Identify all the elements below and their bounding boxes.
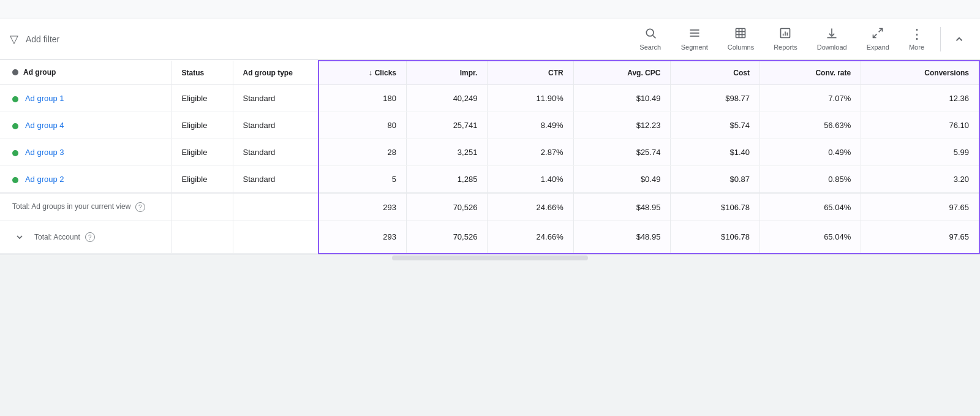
total-account-label-cell: Total: Account ?	[0, 221, 172, 254]
col-header-ad-group[interactable]: Ad group	[0, 61, 172, 85]
col-header-conversions[interactable]: Conversions	[861, 61, 979, 85]
status-dot-green	[12, 123, 18, 129]
more-button[interactable]: ⋮ More	[900, 23, 933, 56]
total-account-conversions: 97.65	[861, 221, 979, 254]
more-label: More	[909, 43, 924, 51]
ad-group-link-1[interactable]: Ad group 1	[25, 94, 64, 103]
table-container: Ad group Status Ad group type ↓Clicks Im…	[0, 60, 980, 262]
segment-button[interactable]: Segment	[673, 22, 717, 56]
sort-arrow: ↓	[369, 69, 372, 77]
collapse-button[interactable]	[948, 28, 970, 50]
total-view-clicks: 293	[318, 193, 407, 221]
columns-icon	[734, 27, 747, 41]
cell-impr-3: 3,251	[407, 139, 488, 166]
total-view-label-cell: Total: Ad groups in your current view ?	[0, 193, 172, 221]
cell-ad-group-1: Ad group 1	[0, 85, 172, 112]
columns-button[interactable]: Columns	[719, 22, 763, 56]
svg-point-0	[646, 29, 654, 36]
cell-ctr-2: 1.40%	[488, 166, 573, 194]
download-button[interactable]: Download	[809, 22, 856, 56]
cell-ad-group-2: Ad group 2	[0, 166, 172, 194]
table-row: Ad group 1 Eligible Standard 180 40,249 …	[0, 85, 979, 112]
ad-group-link-2[interactable]: Ad group 2	[25, 175, 64, 184]
expand-icon	[872, 27, 884, 41]
cell-conversions-3: 5.99	[861, 139, 979, 166]
download-icon	[826, 27, 838, 41]
status-dot-green	[12, 177, 18, 183]
cell-type-4: Standard	[233, 112, 318, 139]
cell-avg-cpc-3: $25.74	[573, 139, 671, 166]
expand-button[interactable]: Expand	[858, 22, 898, 56]
ad-group-link-4[interactable]: Ad group 4	[25, 121, 64, 130]
search-icon	[644, 27, 657, 41]
status-dot-green	[12, 150, 18, 156]
total-account-row: Total: Account ? 293 70,526 24.66% $48.9…	[0, 221, 979, 254]
total-account-ctr: 24.66%	[488, 221, 573, 254]
cell-ctr-3: 2.87%	[488, 139, 573, 166]
toolbar-divider	[940, 27, 941, 51]
filter-icon[interactable]: ▽	[10, 32, 18, 46]
more-icon: ⋮	[910, 28, 923, 41]
header-dot	[12, 69, 18, 75]
table-header-row: Ad group Status Ad group type ↓Clicks Im…	[0, 61, 979, 85]
cell-status-2: Eligible	[172, 166, 233, 194]
cell-ad-group-3: Ad group 3	[0, 139, 172, 166]
col-header-status[interactable]: Status	[172, 61, 233, 85]
cell-avg-cpc-1: $10.49	[573, 85, 671, 112]
add-filter-label[interactable]: Add filter	[26, 34, 59, 44]
cell-conversions-1: 12.36	[861, 85, 979, 112]
cell-status-1: Eligible	[172, 85, 233, 112]
chevron-down-icon[interactable]	[12, 230, 27, 244]
cell-ctr-1: 11.90%	[488, 85, 573, 112]
cell-conv-rate-1: 7.07%	[760, 85, 861, 112]
segment-label: Segment	[681, 43, 708, 51]
total-account-status	[172, 221, 233, 254]
cell-avg-cpc-4: $12.23	[573, 112, 671, 139]
col-header-cost[interactable]: Cost	[671, 61, 760, 85]
cell-impr-1: 40,249	[407, 85, 488, 112]
cell-impr-2: 1,285	[407, 166, 488, 194]
download-label: Download	[817, 43, 847, 51]
svg-line-15	[879, 29, 883, 32]
scrollbar-thumb[interactable]	[392, 255, 588, 260]
cell-ad-group-4: Ad group 4	[0, 112, 172, 139]
total-view-ctr: 24.66%	[488, 193, 573, 221]
col-header-impr[interactable]: Impr.	[407, 61, 488, 85]
cell-cost-1: $98.77	[671, 85, 760, 112]
reports-label: Reports	[774, 43, 797, 51]
col-header-avg-cpc[interactable]: Avg. CPC	[573, 61, 671, 85]
columns-label: Columns	[728, 43, 754, 51]
cell-clicks-3: 28	[318, 139, 407, 166]
cell-conv-rate-4: 56.63%	[760, 112, 861, 139]
col-header-ctr[interactable]: CTR	[488, 61, 573, 85]
horizontal-scrollbar[interactable]	[0, 254, 980, 262]
toolbar-actions: Search Segment Columns	[631, 22, 970, 56]
col-header-clicks[interactable]: ↓Clicks	[318, 61, 407, 85]
total-view-avg-cpc: $48.95	[573, 193, 671, 221]
total-view-impr: 70,526	[407, 193, 488, 221]
cell-type-2: Standard	[233, 166, 318, 194]
search-label: Search	[639, 43, 661, 51]
search-button[interactable]: Search	[631, 22, 670, 56]
cell-clicks-1: 180	[318, 85, 407, 112]
cell-clicks-4: 80	[318, 112, 407, 139]
cell-conversions-4: 76.10	[861, 112, 979, 139]
status-dot-green	[12, 96, 18, 102]
reports-button[interactable]: Reports	[765, 22, 806, 56]
cell-ctr-4: 8.49%	[488, 112, 573, 139]
cell-conv-rate-3: 0.49%	[760, 139, 861, 166]
total-view-help-icon[interactable]: ?	[135, 202, 145, 212]
expand-label: Expand	[867, 43, 889, 51]
cell-status-3: Eligible	[172, 139, 233, 166]
cell-cost-3: $1.40	[671, 139, 760, 166]
cell-avg-cpc-2: $0.49	[573, 166, 671, 194]
segment-icon	[688, 27, 701, 41]
total-account-help-icon[interactable]: ?	[85, 232, 95, 242]
ad-group-link-3[interactable]: Ad group 3	[25, 148, 64, 157]
total-account-impr: 70,526	[407, 221, 488, 254]
total-account-cost: $106.78	[671, 221, 760, 254]
col-header-ad-group-type[interactable]: Ad group type	[233, 61, 318, 85]
total-view-type	[233, 193, 318, 221]
col-header-conv-rate[interactable]: Conv. rate	[760, 61, 861, 85]
cell-type-3: Standard	[233, 139, 318, 166]
